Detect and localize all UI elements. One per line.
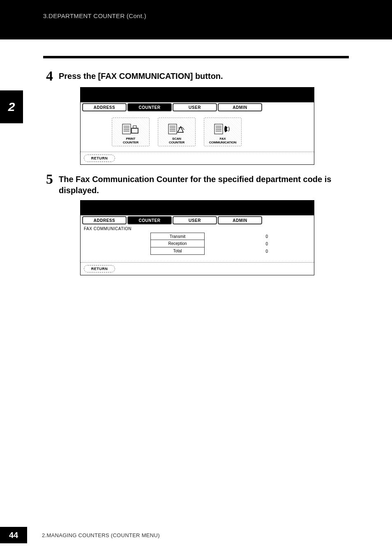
icon-label: SCANCOUNTER: [169, 137, 184, 144]
screenshot-step4: ADDRESS COUNTER USER ADMIN PRINTCOUNTER: [80, 87, 314, 165]
return-button[interactable]: RETURN: [84, 155, 115, 162]
tab-address[interactable]: ADDRESS: [82, 216, 127, 224]
tab-admin[interactable]: ADMIN: [218, 103, 262, 111]
return-button[interactable]: RETURN: [84, 265, 115, 272]
fax-comm-title: FAX COMMUNICATION: [81, 225, 314, 231]
row-label-transmit: Transmit: [150, 233, 205, 240]
tab-counter[interactable]: COUNTER: [127, 216, 172, 224]
tab-admin[interactable]: ADMIN: [218, 216, 262, 224]
fax-communication-icon: [214, 122, 232, 136]
scan-counter-button[interactable]: SCANCOUNTER: [158, 118, 196, 146]
print-counter-button[interactable]: PRINTCOUNTER: [112, 118, 150, 146]
step-text-5: The Fax Communication Counter for the sp…: [59, 174, 349, 196]
svg-rect-7: [168, 124, 177, 134]
breadcrumb: 3.DEPARTMENT COUNTER (Cont.): [43, 12, 146, 19]
tab-user[interactable]: USER: [173, 216, 217, 224]
row-value-reception: 0: [228, 242, 268, 246]
tab-address[interactable]: ADDRESS: [82, 103, 127, 111]
svg-rect-0: [122, 124, 131, 134]
fax-communication-button[interactable]: FAXCOMMUNICATION: [204, 118, 242, 146]
chapter-tab: 2: [0, 90, 23, 123]
row-label-total: Total: [150, 247, 205, 255]
step-number-4: 4: [43, 69, 53, 83]
tab-user[interactable]: USER: [173, 103, 217, 111]
screenshot-step5: ADDRESS COUNTER USER ADMIN FAX COMMUNICA…: [80, 200, 314, 275]
row-value-total: 0: [228, 249, 268, 254]
step-text-4: Press the [FAX COMMUNICATION] button.: [59, 71, 223, 82]
step-number-5: 5: [43, 172, 53, 186]
svg-rect-12: [214, 124, 223, 134]
svg-rect-6: [133, 126, 136, 128]
row-label-reception: Reception: [150, 240, 205, 247]
svg-rect-5: [131, 128, 138, 133]
footer-text: 2.MANAGING COUNTERS (COUNTER MENU): [42, 532, 160, 538]
print-counter-icon: [122, 122, 140, 136]
row-value-transmit: 0: [228, 234, 268, 239]
icon-label: FAXCOMMUNICATION: [209, 137, 237, 144]
page-number: 44: [0, 527, 27, 543]
scan-counter-icon: [168, 122, 186, 136]
tab-counter[interactable]: COUNTER: [127, 103, 172, 111]
icon-label: PRINTCOUNTER: [123, 137, 138, 144]
